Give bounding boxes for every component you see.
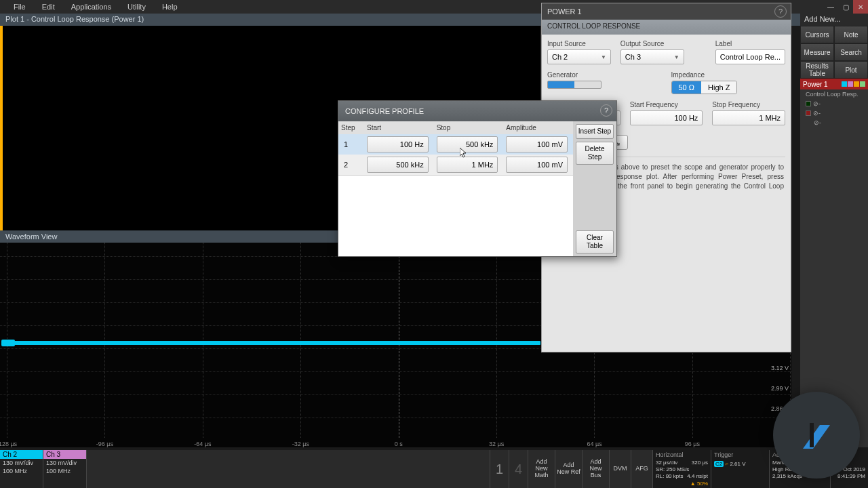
time-tick: 32 µs: [489, 441, 504, 447]
help-icon[interactable]: ?: [774, 5, 787, 18]
menu-edit[interactable]: Edit: [34, 3, 63, 11]
tree-item[interactable]: ⊘-: [800, 99, 868, 108]
tree-item[interactable]: Control Loop Resp.: [800, 89, 868, 99]
start-freq-cell[interactable]: 100 Hz: [367, 136, 429, 152]
time-tick: -128 µs: [0, 441, 17, 447]
power-panel-header: POWER 1 ?: [542, 3, 791, 20]
brand-badge-icon: [773, 392, 860, 479]
plot-button[interactable]: Plot: [834, 61, 868, 79]
profile-table: Step Start Stop Amplitude 1 100 Hz 500 k…: [338, 121, 573, 256]
insert-step-button[interactable]: Insert Step: [576, 124, 614, 139]
power-measurement-badge[interactable]: Power 1: [800, 79, 868, 89]
plot-label-input[interactable]: Control Loop Re...: [715, 49, 785, 64]
time-tick: -96 µs: [96, 441, 113, 447]
chevron-down-icon: ▼: [601, 54, 606, 60]
clear-table-button[interactable]: Clear Table: [576, 230, 614, 253]
table-row[interactable]: 1 100 Hz 500 kHz 100 mV: [338, 134, 573, 155]
results-table-button[interactable]: Results Table: [800, 61, 834, 79]
svg-rect-0: [810, 423, 814, 447]
help-icon[interactable]: ?: [600, 104, 612, 117]
volt-label: 2.99 V: [771, 385, 789, 392]
menu-applications[interactable]: Applications: [63, 3, 119, 11]
step-number: 1: [338, 140, 364, 148]
add-new-sidebar: Add New... Cursors Note Measure Search R…: [800, 14, 868, 447]
trigger-readout[interactable]: Trigger C2 ⌐ 2.61 V: [711, 450, 769, 488]
stop-freq-cell[interactable]: 1 MHz: [437, 157, 498, 173]
start-freq-cell[interactable]: 500 kHz: [367, 157, 429, 173]
stop-freq-cell[interactable]: 500 kHz: [437, 136, 498, 152]
menu-help[interactable]: Help: [154, 3, 186, 11]
dvm-button[interactable]: DVM: [609, 450, 631, 488]
channel-3-badge[interactable]: Ch 3 130 mV/div 100 MHz: [43, 450, 87, 488]
input-source-label: Input Source: [547, 40, 611, 47]
output-source-label: Output Source: [620, 40, 684, 47]
volt-label: 3.12 V: [771, 365, 789, 371]
menu-file[interactable]: File: [5, 3, 34, 11]
col-stop: Stop: [434, 124, 504, 131]
tree-item[interactable]: ⊘-: [800, 118, 868, 127]
configure-profile-dialog: CONFIGURE PROFILE ? Step Start Stop Ampl…: [338, 100, 617, 257]
generator-label: Generator: [547, 71, 662, 79]
horizontal-readout[interactable]: Horizontal 32 µs/div 320 µs SR: 250 MS/s…: [652, 450, 711, 488]
sidebar-title: Add New...: [800, 14, 868, 26]
label-field-label: Label: [715, 40, 785, 47]
table-row[interactable]: 2 500 kHz 1 MHz 100 mV: [338, 155, 573, 175]
measure-button[interactable]: Measure: [800, 43, 834, 61]
time-tick: 0 s: [395, 441, 403, 447]
section-title: CONTROL LOOP RESPONSE: [542, 20, 791, 35]
time-tick: 64 µs: [587, 441, 601, 447]
add-bus-button[interactable]: Add New Bus: [582, 450, 609, 488]
add-ref-button[interactable]: Add New Ref: [555, 450, 582, 488]
col-step: Step: [338, 124, 364, 131]
chevron-down-icon: ▼: [674, 54, 679, 60]
time-tick: -32 µs: [292, 441, 309, 447]
waveform-trace: [3, 341, 540, 345]
cursors-button[interactable]: Cursors: [800, 26, 834, 43]
note-button[interactable]: Note: [834, 26, 868, 43]
generator-toggle[interactable]: [547, 81, 601, 89]
afg-button[interactable]: AFG: [631, 450, 652, 488]
start-frequency-label: Start Frequency: [630, 101, 703, 108]
start-frequency-input[interactable]: 100 Hz: [630, 110, 703, 125]
delete-step-button[interactable]: Delete Step: [576, 142, 614, 165]
impedance-50ohm-toggle[interactable]: 50 Ω: [672, 81, 702, 94]
dialog-header[interactable]: CONFIGURE PROFILE ?: [338, 101, 616, 121]
impedance-highz-toggle[interactable]: High Z: [701, 81, 736, 94]
plot-y-marker: [0, 26, 3, 230]
impedance-label: Impedance: [671, 71, 786, 79]
time-tick: 96 µs: [685, 441, 700, 447]
stop-frequency-input[interactable]: 1 MHz: [712, 110, 785, 125]
col-amplitude: Amplitude: [503, 124, 573, 131]
window-minimize-icon[interactable]: —: [823, 0, 838, 14]
output-source-dropdown[interactable]: Ch 3▼: [620, 49, 684, 64]
channel-1-indicator[interactable]: 1: [490, 450, 509, 488]
channel-4-indicator[interactable]: 4: [509, 450, 528, 488]
amplitude-cell[interactable]: 100 mV: [506, 157, 568, 173]
input-source-dropdown[interactable]: Ch 2▼: [547, 49, 611, 64]
tree-item[interactable]: ⊘-: [800, 108, 868, 118]
channel-2-badge[interactable]: Ch 2 130 mV/div 100 MHz: [0, 450, 43, 488]
add-math-button[interactable]: Add New Math: [528, 450, 555, 488]
menu-utility[interactable]: Utility: [119, 3, 154, 11]
search-button[interactable]: Search: [834, 43, 868, 61]
bottom-status-bar: Ch 2 130 mV/div 100 MHz Ch 3 130 mV/div …: [0, 450, 868, 488]
window-maximize-icon[interactable]: ▢: [838, 0, 853, 14]
amplitude-cell[interactable]: 100 mV: [506, 136, 568, 152]
stop-frequency-label: Stop Frequency: [712, 101, 785, 108]
time-tick: -64 µs: [194, 441, 211, 447]
step-number: 2: [338, 161, 364, 169]
window-close-icon[interactable]: ✕: [853, 0, 868, 14]
col-start: Start: [364, 124, 434, 131]
